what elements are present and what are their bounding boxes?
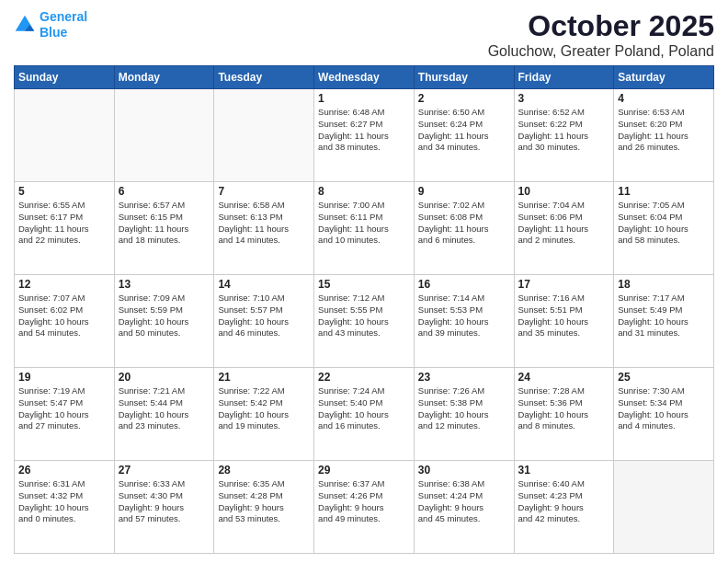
cell-details: Sunrise: 6:52 AMSunset: 6:22 PMDaylight:… xyxy=(518,107,610,154)
cell-details: Sunrise: 7:00 AMSunset: 6:11 PMDaylight:… xyxy=(318,200,410,247)
day-number: 24 xyxy=(518,371,610,384)
col-friday: Friday xyxy=(514,66,614,89)
page-subtitle: Goluchow, Greater Poland, Poland xyxy=(488,43,714,60)
day-number: 9 xyxy=(418,185,510,198)
day-number: 4 xyxy=(618,92,710,105)
table-row: 24Sunrise: 7:28 AMSunset: 5:36 PMDayligh… xyxy=(514,368,614,461)
col-sunday: Sunday xyxy=(15,66,115,89)
table-row: 8Sunrise: 7:00 AMSunset: 6:11 PMDaylight… xyxy=(314,182,415,275)
table-row: 31Sunrise: 6:40 AMSunset: 4:23 PMDayligh… xyxy=(514,461,614,554)
col-monday: Monday xyxy=(114,66,214,89)
table-row: 7Sunrise: 6:58 AMSunset: 6:13 PMDaylight… xyxy=(214,182,314,275)
table-row: 26Sunrise: 6:31 AMSunset: 4:32 PMDayligh… xyxy=(15,461,115,554)
table-row: 11Sunrise: 7:05 AMSunset: 6:04 PMDayligh… xyxy=(614,182,714,275)
table-row: 1Sunrise: 6:48 AMSunset: 6:27 PMDaylight… xyxy=(314,89,415,182)
day-number: 22 xyxy=(318,371,410,384)
cell-details: Sunrise: 6:35 AMSunset: 4:28 PMDaylight:… xyxy=(218,478,310,525)
day-number: 12 xyxy=(18,278,110,291)
cell-details: Sunrise: 7:12 AMSunset: 5:55 PMDaylight:… xyxy=(318,293,410,339)
cell-details: Sunrise: 6:33 AMSunset: 4:30 PMDaylight:… xyxy=(119,478,210,525)
table-row: 14Sunrise: 7:10 AMSunset: 5:57 PMDayligh… xyxy=(214,275,314,368)
day-number: 6 xyxy=(119,185,210,198)
header: General Blue October 2025 Goluchow, Grea… xyxy=(14,9,714,60)
table-row xyxy=(614,461,714,554)
table-row xyxy=(214,89,314,182)
table-row: 3Sunrise: 6:52 AMSunset: 6:22 PMDaylight… xyxy=(514,89,614,182)
table-row: 20Sunrise: 7:21 AMSunset: 5:44 PMDayligh… xyxy=(114,368,214,461)
day-number: 30 xyxy=(418,464,510,477)
day-number: 17 xyxy=(518,278,610,291)
table-row: 4Sunrise: 6:53 AMSunset: 6:20 PMDaylight… xyxy=(614,89,714,182)
logo-icon xyxy=(14,14,36,36)
cell-details: Sunrise: 6:31 AMSunset: 4:32 PMDaylight:… xyxy=(18,478,110,525)
calendar-table: Sunday Monday Tuesday Wednesday Thursday… xyxy=(14,65,714,554)
cell-details: Sunrise: 6:48 AMSunset: 6:27 PMDaylight:… xyxy=(318,107,410,154)
table-row: 12Sunrise: 7:07 AMSunset: 6:02 PMDayligh… xyxy=(15,275,115,368)
day-number: 14 xyxy=(218,278,310,291)
calendar-header-row: Sunday Monday Tuesday Wednesday Thursday… xyxy=(15,66,714,89)
col-wednesday: Wednesday xyxy=(314,66,415,89)
table-row: 28Sunrise: 6:35 AMSunset: 4:28 PMDayligh… xyxy=(214,461,314,554)
day-number: 13 xyxy=(119,278,210,291)
calendar-row-2: 12Sunrise: 7:07 AMSunset: 6:02 PMDayligh… xyxy=(15,275,714,368)
day-number: 15 xyxy=(318,278,410,291)
day-number: 20 xyxy=(119,371,210,384)
day-number: 25 xyxy=(618,371,710,384)
cell-details: Sunrise: 7:14 AMSunset: 5:53 PMDaylight:… xyxy=(418,293,510,339)
day-number: 23 xyxy=(418,371,510,384)
day-number: 7 xyxy=(218,185,310,198)
table-row: 9Sunrise: 7:02 AMSunset: 6:08 PMDaylight… xyxy=(414,182,514,275)
col-tuesday: Tuesday xyxy=(214,66,314,89)
cell-details: Sunrise: 6:53 AMSunset: 6:20 PMDaylight:… xyxy=(618,107,710,154)
cell-details: Sunrise: 7:07 AMSunset: 6:02 PMDaylight:… xyxy=(18,293,110,339)
page: General Blue October 2025 Goluchow, Grea… xyxy=(0,0,728,563)
day-number: 3 xyxy=(518,92,610,105)
cell-details: Sunrise: 7:19 AMSunset: 5:47 PMDaylight:… xyxy=(18,385,110,432)
col-saturday: Saturday xyxy=(614,66,714,89)
day-number: 29 xyxy=(318,464,410,477)
cell-details: Sunrise: 7:09 AMSunset: 5:59 PMDaylight:… xyxy=(119,293,210,339)
table-row: 17Sunrise: 7:16 AMSunset: 5:51 PMDayligh… xyxy=(514,275,614,368)
cell-details: Sunrise: 7:16 AMSunset: 5:51 PMDaylight:… xyxy=(518,293,610,339)
logo-line2: Blue xyxy=(40,25,67,40)
cell-details: Sunrise: 6:57 AMSunset: 6:15 PMDaylight:… xyxy=(119,200,210,247)
calendar-row-1: 5Sunrise: 6:55 AMSunset: 6:17 PMDaylight… xyxy=(15,182,714,275)
cell-details: Sunrise: 7:22 AMSunset: 5:42 PMDaylight:… xyxy=(218,385,310,432)
cell-details: Sunrise: 7:17 AMSunset: 5:49 PMDaylight:… xyxy=(618,293,710,339)
logo: General Blue xyxy=(14,9,87,40)
day-number: 26 xyxy=(18,464,110,477)
table-row: 10Sunrise: 7:04 AMSunset: 6:06 PMDayligh… xyxy=(514,182,614,275)
table-row: 23Sunrise: 7:26 AMSunset: 5:38 PMDayligh… xyxy=(414,368,514,461)
logo-line1: General xyxy=(40,9,87,24)
table-row: 18Sunrise: 7:17 AMSunset: 5:49 PMDayligh… xyxy=(614,275,714,368)
calendar-row-0: 1Sunrise: 6:48 AMSunset: 6:27 PMDaylight… xyxy=(15,89,714,182)
day-number: 11 xyxy=(618,185,710,198)
cell-details: Sunrise: 7:02 AMSunset: 6:08 PMDaylight:… xyxy=(418,200,510,247)
day-number: 19 xyxy=(18,371,110,384)
col-thursday: Thursday xyxy=(414,66,514,89)
cell-details: Sunrise: 6:50 AMSunset: 6:24 PMDaylight:… xyxy=(418,107,510,154)
day-number: 18 xyxy=(618,278,710,291)
cell-details: Sunrise: 7:05 AMSunset: 6:04 PMDaylight:… xyxy=(618,200,710,247)
day-number: 5 xyxy=(18,185,110,198)
calendar-row-4: 26Sunrise: 6:31 AMSunset: 4:32 PMDayligh… xyxy=(15,461,714,554)
table-row xyxy=(15,89,115,182)
day-number: 10 xyxy=(518,185,610,198)
table-row: 21Sunrise: 7:22 AMSunset: 5:42 PMDayligh… xyxy=(214,368,314,461)
day-number: 21 xyxy=(218,371,310,384)
table-row: 27Sunrise: 6:33 AMSunset: 4:30 PMDayligh… xyxy=(114,461,214,554)
table-row: 15Sunrise: 7:12 AMSunset: 5:55 PMDayligh… xyxy=(314,275,415,368)
table-row: 2Sunrise: 6:50 AMSunset: 6:24 PMDaylight… xyxy=(414,89,514,182)
calendar-row-3: 19Sunrise: 7:19 AMSunset: 5:47 PMDayligh… xyxy=(15,368,714,461)
table-row: 22Sunrise: 7:24 AMSunset: 5:40 PMDayligh… xyxy=(314,368,415,461)
cell-details: Sunrise: 6:55 AMSunset: 6:17 PMDaylight:… xyxy=(18,200,110,247)
table-row: 29Sunrise: 6:37 AMSunset: 4:26 PMDayligh… xyxy=(314,461,415,554)
cell-details: Sunrise: 7:04 AMSunset: 6:06 PMDaylight:… xyxy=(518,200,610,247)
table-row: 13Sunrise: 7:09 AMSunset: 5:59 PMDayligh… xyxy=(114,275,214,368)
day-number: 1 xyxy=(318,92,410,105)
table-row: 25Sunrise: 7:30 AMSunset: 5:34 PMDayligh… xyxy=(614,368,714,461)
day-number: 8 xyxy=(318,185,410,198)
cell-details: Sunrise: 7:30 AMSunset: 5:34 PMDaylight:… xyxy=(618,385,710,432)
day-number: 2 xyxy=(418,92,510,105)
cell-details: Sunrise: 6:40 AMSunset: 4:23 PMDaylight:… xyxy=(518,478,610,525)
